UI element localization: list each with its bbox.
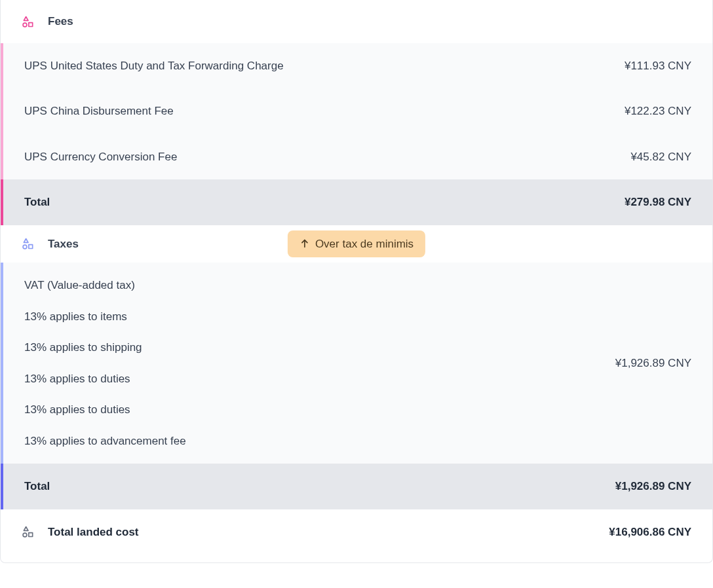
fees-section-header: Fees (1, 0, 712, 43)
vat-line: 13% applies to duties (24, 371, 186, 388)
svg-rect-1 (29, 22, 33, 26)
line-item: UPS Currency Conversion Fee ¥45.82 CNY (3, 134, 712, 180)
grand-total-left: Total landed cost (22, 524, 139, 541)
line-item-value: ¥122.23 CNY (625, 103, 691, 120)
line-item: UPS United States Duty and Tax Forwardin… (3, 43, 712, 89)
line-item-value: ¥111.93 CNY (625, 58, 691, 75)
taxes-total-value: ¥1,926.89 CNY (615, 478, 691, 495)
fees-total-value: ¥279.98 CNY (625, 194, 691, 211)
vat-line: 13% applies to shipping (24, 339, 186, 356)
vat-title: VAT (Value-added tax) (24, 277, 186, 294)
vat-lines: VAT (Value-added tax) 13% applies to ite… (24, 277, 186, 449)
vat-block: VAT (Value-added tax) 13% applies to ite… (3, 263, 712, 464)
arrow-up-icon (299, 238, 310, 249)
tax-de-minimis-badge-wrapper: Over tax de minimis (288, 230, 425, 258)
fees-section-title: Fees (48, 13, 73, 30)
tax-de-minimis-badge: Over tax de minimis (288, 230, 425, 258)
fees-line-items: UPS United States Duty and Tax Forwardin… (1, 43, 712, 180)
line-item: UPS China Disbursement Fee ¥122.23 CNY (3, 88, 712, 134)
taxes-section-header: Taxes Over tax de minimis (1, 225, 712, 263)
grand-total-label: Total landed cost (48, 524, 139, 541)
shapes-icon (22, 15, 35, 28)
shapes-icon (22, 525, 35, 538)
taxes-line-items: VAT (Value-added tax) 13% applies to ite… (1, 263, 712, 464)
badge-text: Over tax de minimis (315, 236, 414, 253)
line-item-label: UPS China Disbursement Fee (24, 103, 174, 120)
cost-breakdown-card: Fees UPS United States Duty and Tax Forw… (0, 0, 713, 563)
vat-line: 13% applies to advancement fee (24, 433, 186, 450)
grand-total-value: ¥16,906.86 CNY (609, 524, 691, 541)
grand-total-row: Total landed cost ¥16,906.86 CNY (1, 509, 712, 555)
line-item-label: UPS Currency Conversion Fee (24, 149, 177, 166)
vat-value: ¥1,926.89 CNY (615, 355, 691, 372)
svg-rect-3 (29, 245, 33, 249)
svg-rect-6 (29, 533, 33, 537)
line-item-value: ¥45.82 CNY (630, 149, 691, 166)
taxes-total-label: Total (24, 478, 50, 495)
shapes-icon (22, 237, 35, 250)
svg-point-5 (23, 533, 27, 537)
svg-point-0 (23, 23, 27, 27)
taxes-total-row: Total ¥1,926.89 CNY (1, 464, 712, 509)
svg-point-2 (23, 245, 27, 249)
vat-line: 13% applies to items (24, 308, 186, 325)
fees-total-row: Total ¥279.98 CNY (1, 179, 712, 225)
line-item-label: UPS United States Duty and Tax Forwardin… (24, 58, 284, 75)
vat-line: 13% applies to duties (24, 401, 186, 418)
fees-total-label: Total (24, 194, 50, 211)
taxes-section-title: Taxes (48, 236, 79, 253)
